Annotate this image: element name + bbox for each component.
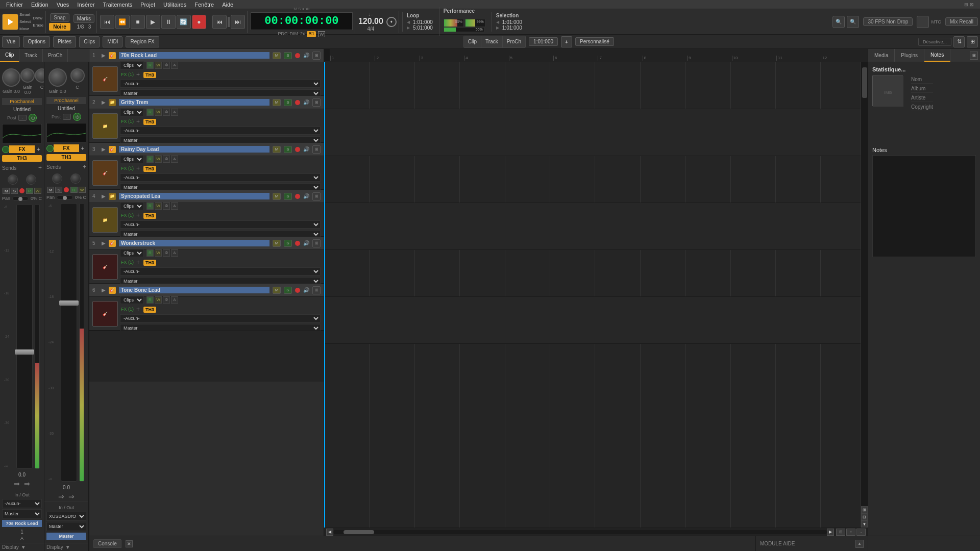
fx-plus-3[interactable]: + [136, 165, 140, 172]
track-speaker-4[interactable]: 🔊 [303, 193, 309, 199]
scroll-right-btn[interactable]: ▶ [827, 529, 834, 536]
k-btn-track-2[interactable]: A [171, 109, 178, 116]
w-btn-track-6[interactable]: W [155, 296, 162, 304]
zoom-fit-btn[interactable]: ⊞ [836, 529, 845, 536]
track-expand-6[interactable]: ▶ [102, 287, 106, 293]
menu-utilitaires[interactable]: Utilitaires [159, 0, 190, 9]
io-out-select-right[interactable]: Master [46, 522, 86, 531]
deactivate-btn[interactable]: Désactive... [918, 38, 951, 46]
btn-next-marker[interactable]: ⏭ [231, 15, 245, 29]
r-btn-right[interactable]: R [70, 187, 78, 193]
tab-clip-strip[interactable]: Clip [0, 49, 19, 62]
post-btn-r[interactable]: - [63, 114, 71, 120]
tab-track-strip[interactable]: Track [19, 49, 43, 62]
fx-badge-left[interactable]: FX [9, 145, 35, 153]
k-btn-track-6[interactable]: A [171, 296, 178, 304]
clips-select-1[interactable]: Clips [120, 61, 144, 69]
midi-btn[interactable] [917, 16, 929, 28]
menu-inserer[interactable]: Insérer [73, 0, 99, 9]
scroll-expand-2[interactable]: ⊟ [861, 513, 868, 520]
btn-rewind-start[interactable]: ⏮ [100, 15, 114, 29]
track-expand-icon-1[interactable]: ⊞ [312, 52, 321, 60]
track-m-btn-3[interactable]: M [273, 146, 281, 153]
pan-slider-right[interactable] [57, 195, 73, 199]
fx-badge-right[interactable]: FX [54, 144, 79, 152]
btn-rewind[interactable]: ⏪ [115, 15, 130, 29]
expand-grid-btn[interactable]: ⊞ [967, 36, 978, 47]
r-btn-track-1[interactable]: R [146, 62, 154, 69]
w-btn-left[interactable]: W [34, 188, 41, 194]
track-s-btn-5[interactable]: S [284, 240, 292, 247]
io-in-select-left[interactable]: -Aucun- [2, 499, 42, 508]
scroll-left-btn[interactable]: ◀ [326, 529, 333, 536]
h-scrollbar-track[interactable] [333, 530, 827, 534]
btn-loop[interactable]: 🔄 [177, 15, 191, 29]
w-btn-track-1[interactable]: W [155, 62, 162, 69]
fx-power-right[interactable] [46, 145, 54, 152]
w-btn-track-4[interactable]: W [155, 203, 162, 210]
v-scrollbar[interactable]: ⊞ ⊟ ▼ [861, 62, 868, 528]
expand-arrows-btn[interactable]: ⇅ [953, 36, 965, 47]
notes-textarea[interactable] [872, 155, 976, 257]
h-scrollbar-thumb[interactable] [344, 530, 374, 534]
r-btn-track-5[interactable]: R [146, 249, 154, 257]
gain-knob[interactable] [2, 68, 20, 87]
add-track-btn[interactable]: + [561, 36, 572, 47]
k-btn-track-4[interactable]: A [171, 203, 178, 210]
scroll-expand-1[interactable]: ⊞ [861, 506, 868, 513]
display-btn-left[interactable]: Display ▼ [0, 543, 44, 551]
menu-traitements[interactable]: Traitements [99, 0, 137, 9]
menu-projet[interactable]: Projet [136, 0, 159, 9]
fx-btn-6[interactable]: FX (1) [120, 307, 135, 312]
tb2-midi[interactable]: MIDI [103, 36, 122, 47]
a-btn-track-5[interactable]: ✲ [163, 249, 170, 257]
menu-fenetre[interactable]: Fenêtre [190, 0, 218, 9]
tb2-clips[interactable]: Clips [79, 36, 100, 47]
track-expand-3[interactable]: ▶ [102, 146, 106, 152]
r-btn-left[interactable]: R [26, 188, 33, 194]
btn-prev-marker[interactable]: ⏮ [212, 15, 227, 29]
send-knob-1-left[interactable] [8, 174, 18, 185]
zoom-in-h-btn[interactable]: + [846, 529, 855, 536]
menu-edition[interactable]: Edition [27, 0, 53, 9]
track-expand-5[interactable]: ▶ [102, 240, 106, 246]
gain2-knob[interactable] [20, 68, 35, 83]
post-btn[interactable]: - [18, 115, 27, 121]
fx-plus-4[interactable]: + [136, 212, 140, 219]
clips-select-6[interactable]: Clips [120, 296, 144, 304]
display-btn-right[interactable]: Display ▼ [44, 543, 88, 551]
menu-vues[interactable]: Vues [53, 0, 74, 9]
fx-btn-1[interactable]: FX (1) [120, 72, 135, 77]
arr-right-r[interactable]: ⇒ [68, 492, 75, 500]
in-select-5[interactable]: -Aucun- [120, 267, 321, 276]
marks-btn[interactable]: Marks [74, 14, 94, 23]
a-btn-track-6[interactable]: ✲ [163, 296, 170, 304]
track-expand-1[interactable]: ▶ [102, 53, 106, 58]
r-btn-track-2[interactable]: R [146, 109, 154, 116]
v-scrollbar-thumb[interactable] [862, 67, 867, 98]
a-btn-track-1[interactable]: ✲ [163, 62, 170, 69]
track-m-btn-5[interactable]: M [273, 240, 281, 247]
track-expand-icon-6[interactable]: ⊞ [312, 286, 321, 294]
track-m-btn-1[interactable]: M [273, 52, 281, 59]
tb2-options[interactable]: Options [23, 36, 50, 47]
tab-clip[interactable]: Clip [464, 36, 481, 47]
gain-knob-r[interactable] [48, 68, 67, 87]
track-expand-icon-4[interactable]: ⊞ [312, 192, 321, 201]
fx-plus-2[interactable]: + [136, 118, 140, 125]
console-tab[interactable]: Console [93, 539, 121, 548]
k-btn-track-5[interactable]: A [171, 249, 178, 257]
in-select-6[interactable]: -Aucun- [120, 314, 321, 322]
r-btn-track-3[interactable]: R [146, 156, 154, 163]
track-m-btn-6[interactable]: M [273, 287, 281, 294]
a-btn-track-4[interactable]: ✲ [163, 203, 170, 210]
clips-select-3[interactable]: Clips [120, 155, 144, 163]
send-knob-2-left[interactable] [26, 174, 36, 185]
btn-record[interactable]: ● [192, 15, 206, 29]
right-expand-btn[interactable]: ⊞ [970, 52, 978, 60]
pan-knob-r[interactable] [70, 68, 85, 83]
clips-select-2[interactable]: Clips [120, 108, 144, 116]
power-btn-right[interactable]: ⏻ [73, 113, 81, 121]
s-btn-right[interactable]: S [55, 187, 62, 193]
pan-knob[interactable] [35, 68, 44, 83]
